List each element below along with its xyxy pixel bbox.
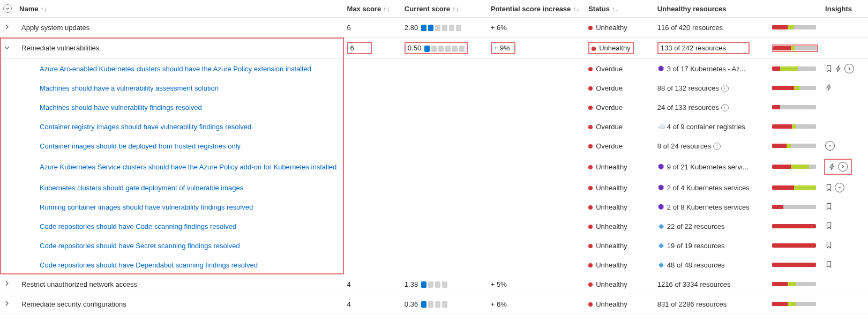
info-icon[interactable]: i bbox=[721, 104, 729, 111]
col-unhealthy[interactable]: Unhealthy resources bbox=[654, 0, 822, 18]
recommendation-row[interactable]: Machines should have a vulnerability ass… bbox=[0, 78, 868, 98]
health-bar bbox=[769, 178, 822, 197]
group-row[interactable]: Apply system updates62.80+ 6%Unhealthy11… bbox=[0, 18, 868, 38]
insights-highlight bbox=[825, 160, 851, 174]
recommendation-link[interactable]: Code repositories should have Dependabot… bbox=[19, 261, 258, 269]
recommendation-link[interactable]: Running container images should have vul… bbox=[19, 203, 253, 211]
unhealthy-cell: ⬢9 of 21 Kubernetes servi... bbox=[654, 155, 769, 178]
status-cell: Unhealthy bbox=[585, 255, 654, 274]
recommendation-link[interactable]: Container registry images should have vu… bbox=[19, 123, 251, 131]
status-cell: Unhealthy bbox=[585, 236, 654, 255]
chevron-circle-icon[interactable] bbox=[838, 162, 848, 172]
lightning-icon[interactable] bbox=[828, 163, 836, 170]
health-bar bbox=[769, 98, 822, 117]
recommendation-row[interactable]: Code repositories should have Dependabot… bbox=[0, 255, 868, 274]
current-score-cell: 1.38 bbox=[401, 274, 488, 294]
health-bar bbox=[769, 59, 822, 79]
unhealthy-cell: ◆48 of 48 resources bbox=[654, 255, 769, 274]
recommendation-link[interactable]: Azure Kubernetes Service clusters should… bbox=[19, 163, 336, 171]
insights-cell[interactable] bbox=[822, 59, 868, 79]
expand-icon[interactable] bbox=[3, 280, 11, 287]
minus-circle-icon[interactable] bbox=[835, 183, 844, 192]
col-status[interactable]: Status ↑↓ bbox=[585, 0, 654, 18]
current-score-cell: 2.80 bbox=[401, 18, 488, 38]
unhealthy-cell: ⬢3 of 17 Kubernetes - Az... bbox=[654, 59, 769, 79]
expand-all-header[interactable] bbox=[0, 0, 16, 18]
group-row[interactable]: Remediate security configurations40.36+ … bbox=[0, 294, 868, 314]
col-insights[interactable]: Insights bbox=[822, 0, 868, 18]
insights-cell[interactable] bbox=[822, 78, 868, 98]
status-cell: Overdue bbox=[585, 78, 654, 98]
bookmark-icon[interactable] bbox=[825, 203, 833, 210]
insights-cell bbox=[822, 314, 868, 321]
recommendation-row[interactable]: Kubernetes clusters should gate deployme… bbox=[0, 178, 868, 197]
sort-icon: ↑↓ bbox=[573, 5, 580, 13]
status-cell: Unhealthy bbox=[585, 18, 654, 38]
recommendation-row[interactable]: Code repositories should have Secret sca… bbox=[0, 236, 868, 255]
chevron-down-icon bbox=[3, 4, 12, 13]
health-bar bbox=[769, 155, 822, 178]
insights-cell[interactable] bbox=[822, 255, 868, 274]
recommendation-row[interactable]: Azure Kubernetes Service clusters should… bbox=[0, 155, 868, 178]
health-bar bbox=[769, 274, 822, 294]
lightning-icon[interactable] bbox=[825, 84, 833, 91]
minus-circle-icon[interactable] bbox=[825, 141, 835, 151]
info-icon[interactable]: i bbox=[721, 85, 729, 92]
unhealthy-cell: ◆22 of 22 resources bbox=[654, 217, 769, 236]
recommendation-link[interactable]: Machines should have a vulnerability ass… bbox=[19, 84, 219, 92]
col-name[interactable]: Name ↑↓ bbox=[16, 0, 344, 18]
unhealthy-cell: 8 of 24 resourcesi bbox=[654, 136, 769, 155]
status-cell: Unhealthy bbox=[585, 155, 654, 178]
status-cell: Unhealthy bbox=[585, 294, 654, 314]
insights-cell[interactable] bbox=[822, 236, 868, 255]
insights-cell[interactable] bbox=[822, 136, 868, 155]
bookmark-icon[interactable] bbox=[825, 222, 833, 229]
bookmark-icon[interactable] bbox=[825, 261, 833, 268]
health-bar bbox=[769, 38, 822, 59]
recommendation-row[interactable]: Machines should have vulnerability findi… bbox=[0, 98, 868, 117]
status-cell: Unhealthy bbox=[585, 38, 654, 59]
expand-icon[interactable] bbox=[3, 23, 11, 31]
recommendation-row[interactable]: Code repositories should have Code scann… bbox=[0, 217, 868, 236]
lightning-icon[interactable] bbox=[835, 65, 842, 72]
recommendation-row[interactable]: Running container images should have vul… bbox=[0, 197, 868, 217]
group-row[interactable]: Restrict unauthorized network access41.3… bbox=[0, 274, 868, 294]
info-icon[interactable]: i bbox=[713, 143, 721, 150]
recommendation-row[interactable]: Azure Arc-enabled Kubernetes clusters sh… bbox=[0, 59, 868, 79]
expand-icon[interactable] bbox=[3, 44, 11, 51]
insights-cell[interactable] bbox=[822, 155, 868, 178]
col-current-score[interactable]: Current score ↑↓ bbox=[401, 0, 488, 18]
health-bar bbox=[769, 78, 822, 98]
recommendation-link[interactable]: Machines should have vulnerability findi… bbox=[19, 103, 202, 111]
recommendation-link[interactable]: Azure Arc-enabled Kubernetes clusters sh… bbox=[19, 65, 311, 73]
insights-cell[interactable] bbox=[822, 178, 868, 197]
bookmark-icon[interactable] bbox=[825, 241, 833, 249]
unhealthy-cell: ☁️4 of 9 container registries bbox=[654, 117, 769, 136]
recommendation-link[interactable]: Code repositories should have Secret sca… bbox=[19, 242, 240, 250]
unhealthy-cell: 24 of 133 resourcesi bbox=[654, 98, 769, 117]
status-cell: Unhealthy bbox=[585, 197, 654, 217]
col-max-score[interactable]: Max score ↑↓ bbox=[344, 0, 401, 18]
recommendation-row[interactable]: Container images should be deployed from… bbox=[0, 136, 868, 155]
insights-cell[interactable] bbox=[822, 197, 868, 217]
status-cell: Unhealthy bbox=[585, 178, 654, 197]
expand-icon[interactable] bbox=[3, 300, 11, 307]
recommendation-link[interactable]: Kubernetes clusters should gate deployme… bbox=[19, 184, 243, 192]
col-potential-increase[interactable]: Potential score increase ↑↓ bbox=[488, 0, 585, 18]
insights-cell[interactable] bbox=[822, 98, 868, 117]
recommendation-link[interactable]: Container images should be deployed from… bbox=[19, 142, 241, 150]
bookmark-icon[interactable] bbox=[825, 65, 833, 72]
recommendation-row[interactable]: Container registry images should have vu… bbox=[0, 117, 868, 136]
insights-cell[interactable] bbox=[822, 117, 868, 136]
max-score-cell: 4 bbox=[344, 294, 401, 314]
chevron-circle-icon[interactable] bbox=[844, 64, 854, 73]
health-bar bbox=[769, 255, 822, 274]
status-cell: Unhealthy bbox=[585, 314, 654, 321]
group-row[interactable]: Encrypt data in transit41.89+ 4%Unhealth… bbox=[0, 314, 868, 321]
recommendations-table[interactable]: Name ↑↓ Max score ↑↓ Current score ↑↓ Po… bbox=[0, 0, 868, 320]
insights-cell bbox=[822, 274, 868, 294]
bookmark-icon[interactable] bbox=[825, 184, 833, 191]
insights-cell[interactable] bbox=[822, 217, 868, 236]
recommendation-link[interactable]: Code repositories should have Code scann… bbox=[19, 222, 236, 230]
group-row[interactable]: Remediate vulnerabilities60.50+ 9%Unheal… bbox=[0, 38, 868, 59]
